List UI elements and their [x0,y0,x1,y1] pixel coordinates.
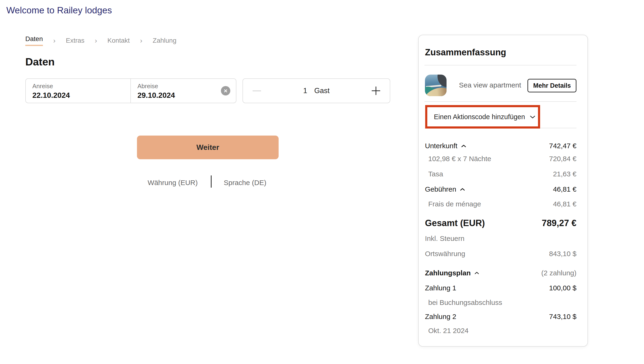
decrement-guests-button[interactable] [251,85,263,97]
summary-row-fees: Gebühren 46,81 € [425,184,576,194]
payment-plan-label: Zahlungsplan [425,269,471,277]
breadcrumb-item-kontakt[interactable]: Kontakt [108,37,130,44]
summary-row-payment-2-note: Okt. 21 2024 [425,326,576,336]
summary-row-total: Gesamt (EUR) 789,27 € [425,217,576,230]
increment-guests-button[interactable] [370,85,382,97]
summary-row-payment-2: Zahlung 2 743,10 $ [425,312,576,322]
property-photo [425,74,446,96]
locale-links: Währung (EUR) Sprache (DE) [137,176,278,190]
booking-page: Welcome to Railey lodges Daten › Extras … [0,0,644,364]
cleaning-fee-value: 46,81 € [553,200,576,208]
guest-count: 1 Gast [303,86,330,95]
divider [424,65,576,66]
payment-plan-toggle[interactable]: Zahlungsplan [425,269,479,277]
payment-1-label: Zahlung 1 [425,284,456,292]
guest-count-number: 1 [303,86,307,95]
chevron-up-icon [461,144,466,148]
breadcrumb: Daten › Extras › Kontakt › Zahlung [25,35,176,46]
guest-stepper: 1 Gast [242,78,390,103]
plus-icon [371,86,381,96]
nightly-rate-value: 720,84 € [549,155,576,163]
breadcrumb-label: Kontakt [108,37,130,44]
payment-2-note: Okt. 21 2024 [425,327,468,335]
chevron-right-icon: › [140,37,142,44]
summary-row-accommodation: Unterkunft 742,47 € [425,141,576,151]
payment-2-label: Zahlung 2 [425,313,456,320]
checkout-field[interactable]: Abreise 29.10.2024 ✕ [131,79,236,103]
close-icon: ✕ [224,88,228,93]
payment-plan-count: (2 zahlung) [541,269,576,277]
date-range-field: Anreise 22.10.2024 Abreise 29.10.2024 ✕ [25,78,236,103]
chevron-down-icon [530,115,536,119]
summary-panel: Zusammenfassung Sea view apartment Mehr … [418,35,588,347]
payment-1-value: 100,00 $ [549,284,576,292]
language-link[interactable]: Sprache (DE) [224,179,266,187]
summary-heading: Zusammenfassung [425,48,506,58]
cleaning-fee-label: Frais de ménage [425,200,481,208]
property-name: Sea view apartment [459,81,521,89]
checkin-value: 22.10.2024 [32,91,130,100]
summary-row-payment-plan: Zahlungsplan (2 zahlung) [425,268,576,278]
fees-section-toggle[interactable]: Gebühren [425,185,465,193]
accommodation-label: Unterkunft [425,142,457,150]
breadcrumb-label: Daten [25,35,43,46]
payment-1-note: bei Buchungsabschluss [425,298,502,306]
tax-note: Inkl. Steuern [425,234,464,242]
divider [424,101,576,102]
chevron-right-icon: › [95,37,97,44]
breadcrumb-item-daten[interactable]: Daten [25,35,43,46]
checkin-label: Anreise [32,82,130,90]
tasa-value: 21,63 € [553,170,576,178]
checkin-field[interactable]: Anreise 22.10.2024 [26,79,131,103]
nightly-rate-label: 102,98 € x 7 Nächte [425,155,491,163]
vertical-divider [211,176,212,188]
summary-row-cleaning-fee: Frais de ménage 46,81 € [425,199,576,209]
more-details-button[interactable]: Mehr Details [528,79,576,92]
summary-row-local-currency: Ortswährung 843,10 $ [425,248,576,259]
site-title-link[interactable]: Welcome to Railey lodges [6,5,112,16]
minus-icon [252,90,261,91]
total-value: 789,27 € [542,218,576,228]
accommodation-section-toggle[interactable]: Unterkunft [425,142,466,150]
breadcrumb-item-zahlung[interactable]: Zahlung [153,37,176,44]
total-label: Gesamt (EUR) [425,218,485,228]
breadcrumb-label: Extras [66,37,84,44]
chevron-right-icon: › [53,37,56,44]
payment-2-value: 743,10 $ [549,313,576,320]
summary-row-tasa: Tasa 21,63 € [425,169,576,179]
fees-label: Gebühren [425,185,456,193]
summary-row-tax-note: Inkl. Steuern [425,233,576,244]
breadcrumb-label: Zahlung [153,37,176,44]
breadcrumb-item-extras[interactable]: Extras [66,37,84,44]
continue-button[interactable]: Weiter [137,136,278,159]
summary-row-payment-1: Zahlung 1 100,00 $ [425,283,576,293]
chevron-up-icon [460,188,465,191]
summary-row-nightly-rate: 102,98 € x 7 Nächte 720,84 € [425,154,576,164]
tasa-label: Tasa [425,170,443,178]
local-currency-value: 843,10 $ [549,250,576,258]
summary-row-payment-1-note: bei Buchungsabschluss [425,298,576,308]
fees-value: 46,81 € [553,185,576,193]
guest-count-unit: Gast [314,86,330,95]
local-currency-label: Ortswährung [425,250,465,258]
clear-dates-button[interactable]: ✕ [221,86,230,96]
accommodation-value: 742,47 € [549,142,576,150]
promo-code-toggle[interactable]: Einen Aktionscode hinzufügen [434,113,525,121]
chevron-up-icon [474,272,479,274]
currency-link[interactable]: Währung (EUR) [148,179,198,187]
promo-code-highlight-box: Einen Aktionscode hinzufügen [425,105,540,128]
page-title: Daten [25,56,55,68]
